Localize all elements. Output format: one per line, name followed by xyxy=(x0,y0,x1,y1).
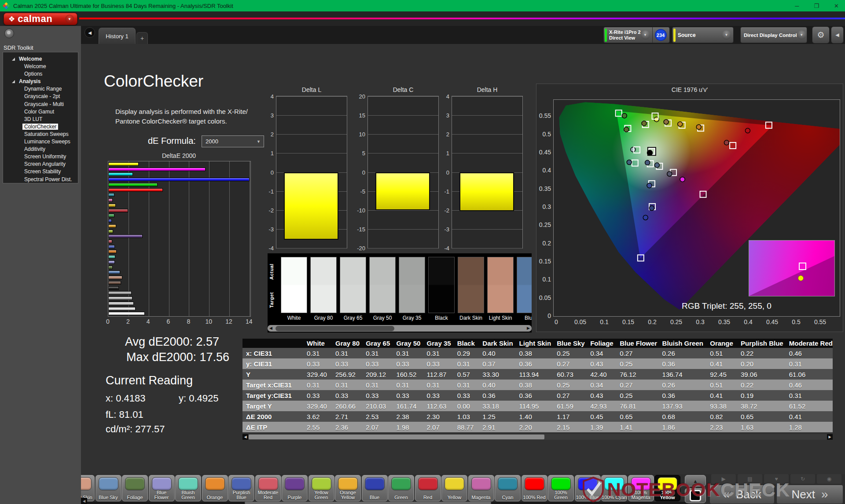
table-cell: 0.68 xyxy=(659,411,707,422)
sidebar-collapse-button[interactable]: ◀ xyxy=(84,27,95,38)
play-button[interactable]: ▶ xyxy=(711,474,736,484)
expander-icon[interactable] xyxy=(12,58,15,61)
patch-button-100-cyan[interactable]: 100% Cyan xyxy=(601,475,627,501)
meter-dropdown-icon[interactable]: ▼ xyxy=(641,30,650,40)
close-icon[interactable]: ✕ xyxy=(834,3,839,9)
add-tab-button[interactable]: + xyxy=(136,32,148,44)
meter-count-badge[interactable]: 234 xyxy=(655,29,667,41)
patch-swatch-black[interactable]: Black xyxy=(428,257,455,321)
scroll-left-icon[interactable]: ◀ xyxy=(269,325,272,331)
table-cell: 2.71 xyxy=(332,411,362,422)
patch-swatch-gray-65[interactable]: Gray 65 xyxy=(340,257,366,321)
source-dropdown-icon[interactable]: ▼ xyxy=(722,30,731,40)
scrollbar-thumb[interactable] xyxy=(249,435,544,439)
sidebar-item-luminance-sweeps[interactable]: Luminance Sweeps xyxy=(3,138,78,146)
sidebar-item-dynamic-range[interactable]: Dynamic Range xyxy=(3,85,78,93)
settings-button[interactable]: ⚙ xyxy=(812,26,830,44)
patch-swatch-dark-skin[interactable]: Dark Skin xyxy=(458,257,484,321)
table-cell: 136.74 xyxy=(659,369,707,380)
patch-button-bluish-green[interactable]: Bluish Green xyxy=(175,475,201,501)
display-control-dropdown-icon[interactable]: ▼ xyxy=(797,30,806,40)
patch-button-cyan[interactable]: Cyan xyxy=(495,475,521,501)
patch-button-moderate-red[interactable]: Moderate Red xyxy=(255,475,281,501)
patch-swatch-light-skin[interactable]: Light Skin xyxy=(487,257,514,321)
sidebar-item-grayscale-multi[interactable]: Grayscale - Multi xyxy=(3,101,78,108)
scroll-right-icon[interactable]: ▶ xyxy=(827,434,833,440)
sidebar-item-welcome[interactable]: Welcome xyxy=(3,55,78,63)
scrollbar-thumb[interactable] xyxy=(276,326,394,331)
patch-button-blue[interactable]: Blue xyxy=(362,475,388,501)
sidebar-item-options[interactable]: Options xyxy=(3,70,78,78)
deltae-bar-gray-80 xyxy=(108,307,136,310)
patch-button-magenta[interactable]: Magenta xyxy=(468,475,494,501)
de-formula-select[interactable]: 2000 ▼ xyxy=(202,135,264,147)
patch-button-100-blue[interactable]: 100% Blue xyxy=(575,475,601,501)
patch-button-yellow-green[interactable]: Yellow Green xyxy=(309,475,334,501)
patch-button-blue-sky[interactable]: Blue Sky xyxy=(96,475,121,501)
patch-label: Orange xyxy=(202,495,228,500)
patch-button-orange[interactable]: Orange xyxy=(202,475,228,501)
patch-button-100-yellow[interactable]: 100% Yellow xyxy=(654,475,680,501)
scroll-left-icon[interactable]: ◀ xyxy=(81,498,87,504)
patch-label: Foliage xyxy=(122,495,147,500)
favorite-button[interactable]: ♥ xyxy=(764,474,789,484)
stop-measure-button[interactable] xyxy=(685,488,706,503)
scroll-right-icon[interactable]: ▶ xyxy=(527,325,530,331)
display-control-selector[interactable]: Direct Display Control ▼ xyxy=(740,27,807,43)
patch-button-red[interactable]: Red xyxy=(415,475,441,501)
next-button[interactable]: Next » xyxy=(776,485,843,504)
sidebar-item-screen-angularity[interactable]: Screen Angularity xyxy=(3,161,78,168)
sidebar-item-spectral-power-dist-[interactable]: Spectral Power Dist. xyxy=(3,176,78,183)
calman-menu-button[interactable]: ❖ calman ▼ xyxy=(4,13,77,25)
patch-button-foliage[interactable]: Foliage xyxy=(122,475,148,501)
patch-swatch-gray-80[interactable]: Gray 80 xyxy=(310,257,337,321)
sidebar-item-grayscale-2pt[interactable]: Grayscale - 2pt xyxy=(3,93,78,100)
capture-button[interactable]: ◉ xyxy=(817,474,841,484)
sidebar-item-color-gamut[interactable]: Color Gamut xyxy=(3,108,78,116)
maximize-icon[interactable]: ❐ xyxy=(814,3,819,9)
logo-dropdown-icon[interactable]: ▼ xyxy=(65,15,74,23)
patch-swatch-white[interactable]: White xyxy=(281,257,307,321)
patch-button-orange-yellow[interactable]: Orange Yellow xyxy=(335,475,361,501)
table-scrollbar[interactable]: ◀ ▶ xyxy=(242,434,833,440)
table-cell: 209.12 xyxy=(362,369,393,380)
patch-button-purplish-blue[interactable]: Purplish Blue xyxy=(228,475,254,501)
patch-button-blue-flower[interactable]: Blue Flower xyxy=(149,475,175,501)
sidebar-item-saturation-sweeps[interactable]: Saturation Sweeps xyxy=(3,131,78,138)
sidebar-item-welcome[interactable]: Welcome xyxy=(3,63,78,70)
gridline xyxy=(229,161,230,316)
patch-swatch-blue[interactable]: Blue xyxy=(517,257,532,321)
patch-button-100-magenta[interactable]: 100% Magenta xyxy=(628,475,654,501)
chart-button[interactable]: ▤ xyxy=(738,474,762,484)
expand-patch-bar-button[interactable]: ▲ xyxy=(685,475,706,486)
workflow-tree: WelcomeWelcomeOptionsAnalysisDynamic Ran… xyxy=(3,52,78,183)
meter-selector[interactable]: X-Rite i1Pro 2 Direct View ▼ 234 xyxy=(603,27,670,43)
swatch-strip-scrollbar[interactable]: ◀ ▶ xyxy=(268,325,532,332)
patch-button-100-red[interactable]: 100% Red xyxy=(522,475,547,501)
patch-label: Magenta xyxy=(469,495,494,500)
sidebar-item-colorchecker[interactable]: ColorChecker xyxy=(3,123,78,131)
sidebar-item-additivity[interactable]: Additivity xyxy=(3,146,78,153)
sidebar-item-screen-uniformity[interactable]: Screen Uniformity xyxy=(3,153,78,161)
refresh-button[interactable]: ↻ xyxy=(790,474,815,484)
patch-swatch-gray-35[interactable]: Gray 35 xyxy=(399,257,425,321)
patch-button-light-skin[interactable]: Light Skin xyxy=(81,475,95,501)
patch-button-yellow[interactable]: Yellow xyxy=(441,475,467,501)
back-button[interactable]: « Back xyxy=(709,485,775,504)
workflow-radio-button[interactable] xyxy=(4,29,14,38)
patch-button-100-green[interactable]: 100% Green xyxy=(548,475,574,501)
patch-button-green[interactable]: Green xyxy=(388,475,414,501)
sidebar-item-analysis[interactable]: Analysis xyxy=(3,78,78,85)
patch-button-purple[interactable]: Purple xyxy=(282,475,308,501)
source-selector[interactable]: Source ▼ xyxy=(672,27,734,43)
tab-history-1[interactable]: History 1 xyxy=(99,28,136,44)
scroll-left-icon[interactable]: ◀ xyxy=(242,434,248,440)
sidebar-item-3d-lut[interactable]: 3D LUT xyxy=(3,116,78,123)
patch-bar-scrollbar[interactable] xyxy=(81,502,688,504)
expander-icon[interactable] xyxy=(12,80,15,83)
scrollbar-thumb[interactable] xyxy=(245,502,491,504)
minimize-icon[interactable]: ─ xyxy=(795,3,799,9)
sidebar-item-screen-stability[interactable]: Screen Stability xyxy=(3,168,78,175)
panel-collapse-button[interactable]: ◀ xyxy=(831,26,844,44)
patch-swatch-gray-50[interactable]: Gray 50 xyxy=(369,257,396,321)
